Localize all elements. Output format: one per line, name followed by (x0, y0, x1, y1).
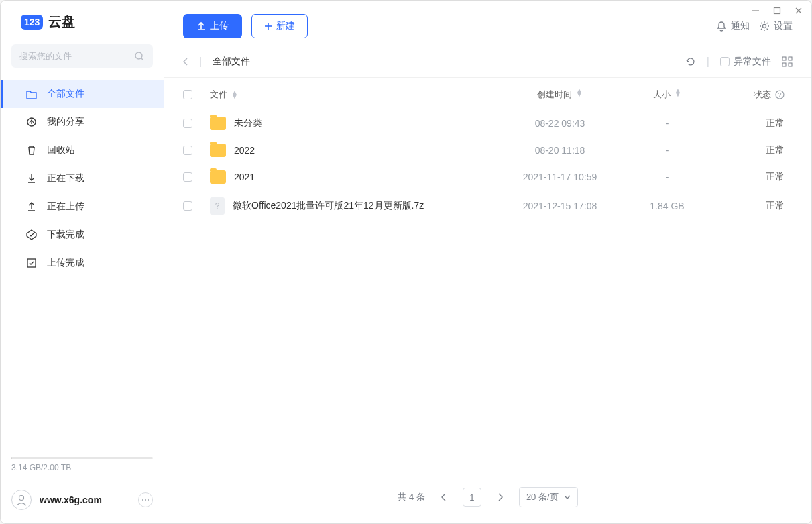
sort-icon: ▲▼ (675, 89, 681, 101)
file-row[interactable]: 202208-20 11:18-正常 (164, 137, 811, 164)
file-created: 08-20 11:18 (496, 145, 624, 156)
search-icon (134, 51, 145, 62)
file-row[interactable]: 20212021-11-17 10:59-正常 (164, 164, 811, 191)
svg-rect-15 (782, 57, 786, 60)
col-created[interactable]: 创建时间 ▲▼ (496, 89, 624, 101)
row-checkbox[interactable] (183, 146, 192, 155)
sidebar: 123 云盘 全部文件 我的分享 回 (1, 1, 164, 523)
col-status: 状态 ? (711, 89, 785, 101)
logo-text: 云盘 (48, 13, 75, 31)
next-page[interactable] (491, 488, 510, 507)
sort-icon: ▲▼ (576, 89, 583, 101)
file-size: 1.84 GB (624, 201, 711, 211)
storage-text: 3.14 GB/2.00 TB (11, 463, 153, 472)
pagination: 共 4 条 1 20 条/页 (164, 475, 811, 523)
col-size[interactable]: 大小 ▲▼ (624, 89, 711, 101)
chevron-down-icon (564, 495, 571, 499)
svg-rect-1 (774, 8, 780, 14)
folder-icon (210, 170, 226, 184)
nav-label: 全部文件 (47, 88, 84, 100)
svg-point-10 (145, 499, 146, 501)
file-status: 正常 (711, 200, 785, 212)
share-icon (25, 117, 38, 127)
file-name: 2022 (234, 145, 255, 156)
maximize-button[interactable] (772, 6, 782, 15)
svg-rect-16 (789, 57, 792, 60)
row-checkbox[interactable] (183, 119, 192, 128)
search-input[interactable] (11, 44, 153, 68)
svg-rect-7 (27, 259, 36, 267)
new-button[interactable]: 新建 (251, 14, 308, 38)
help-icon[interactable]: ? (775, 90, 785, 99)
file-size: - (624, 118, 711, 129)
svg-line-5 (141, 58, 143, 60)
file-icon: ? (210, 197, 225, 215)
download-done-icon (25, 229, 38, 240)
svg-point-4 (135, 52, 142, 59)
close-button[interactable] (794, 6, 803, 15)
nav-my-share[interactable]: 我的分享 (1, 108, 164, 136)
refresh-button[interactable] (685, 56, 696, 67)
nav-label: 我的分享 (47, 116, 84, 128)
file-status: 正常 (711, 171, 785, 183)
total-count: 共 4 条 (398, 491, 424, 503)
row-checkbox[interactable] (183, 201, 192, 211)
trash-icon (25, 145, 38, 156)
nav-upload-done[interactable]: 上传完成 (1, 249, 164, 277)
breadcrumb-sep: | (199, 56, 202, 68)
nav-downloading[interactable]: 正在下载 (1, 164, 164, 193)
svg-rect-18 (789, 63, 792, 66)
abnormal-checkbox[interactable] (720, 57, 730, 66)
svg-point-11 (148, 499, 149, 501)
download-icon (25, 173, 38, 184)
file-name: 2021 (234, 172, 255, 182)
main-area: 上传 新建 通知 设置 | (164, 1, 811, 523)
nav-label: 正在上传 (47, 201, 84, 213)
nav-label: 正在下载 (47, 172, 84, 185)
upload-done-icon (25, 258, 38, 268)
settings-link[interactable]: 设置 (759, 20, 793, 32)
page-size-select[interactable]: 20 条/页 (519, 487, 578, 507)
breadcrumb-back[interactable] (183, 58, 188, 66)
file-status: 正常 (711, 144, 785, 156)
app-logo: 123 云盘 (1, 1, 164, 40)
file-name: 未分类 (234, 117, 262, 129)
page-number[interactable]: 1 (463, 488, 481, 507)
file-status: 正常 (711, 117, 785, 129)
nav-label: 下载完成 (47, 229, 84, 241)
toolbar-sep: | (707, 56, 709, 68)
nav-label: 上传完成 (47, 257, 84, 269)
storage-bar (11, 457, 153, 459)
sort-icon: ▲▼ (231, 91, 238, 99)
svg-point-8 (19, 496, 24, 501)
row-checkbox[interactable] (183, 172, 192, 182)
svg-point-14 (763, 25, 766, 28)
breadcrumb-root[interactable]: 全部文件 (213, 56, 250, 68)
col-file[interactable]: 文件 ▲▼ (210, 89, 496, 101)
prev-page[interactable] (434, 488, 453, 507)
folder-icon (25, 89, 38, 99)
nav-uploading[interactable]: 正在上传 (1, 193, 164, 221)
abnormal-filter[interactable]: 异常文件 (720, 56, 771, 68)
svg-rect-17 (782, 63, 786, 66)
user-menu-button[interactable] (138, 492, 153, 507)
file-row[interactable]: ?微软Office2021批量许可版21年12月更新版.7z2021-12-15… (164, 191, 811, 221)
file-created: 2021-12-15 17:08 (496, 201, 624, 211)
svg-text:?: ? (778, 91, 781, 98)
select-all-checkbox[interactable] (183, 90, 192, 99)
nav-recycle[interactable]: 回收站 (1, 136, 164, 164)
table-header: 文件 ▲▼ 创建时间 ▲▼ 大小 ▲▼ 状态 ? (164, 78, 811, 110)
file-name: 微软Office2021批量许可版21年12月更新版.7z (233, 200, 424, 212)
upload-button[interactable]: 上传 (183, 14, 242, 38)
folder-icon (210, 117, 226, 130)
nav-download-done[interactable]: 下载完成 (1, 221, 164, 249)
file-row[interactable]: 未分类08-22 09:43-正常 (164, 110, 811, 137)
file-created: 08-22 09:43 (496, 118, 624, 129)
nav-all-files[interactable]: 全部文件 (1, 80, 164, 108)
view-grid-button[interactable] (782, 56, 793, 67)
file-created: 2021-11-17 10:59 (496, 172, 624, 182)
avatar[interactable] (11, 490, 32, 510)
file-size: - (624, 145, 711, 156)
minimize-button[interactable] (751, 6, 760, 15)
notify-link[interactable]: 通知 (716, 20, 750, 32)
